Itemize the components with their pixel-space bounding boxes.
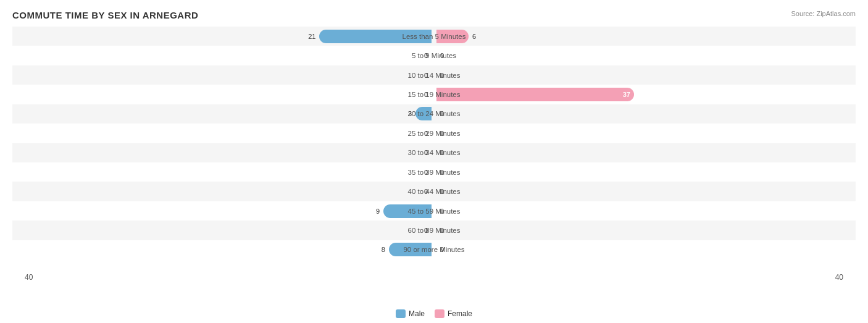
female-bar-section: 37	[434, 85, 856, 104]
female-bar-section: 0	[434, 240, 856, 259]
row-label: 40 to 44 Minutes	[372, 188, 496, 195]
bar-row: 025 to 29 Minutes0	[12, 124, 856, 143]
bar-row: 320 to 24 Minutes0	[12, 104, 856, 124]
row-label: 25 to 29 Minutes	[372, 130, 496, 137]
row-label: 15 to 19 Minutes	[372, 91, 496, 98]
female-bar-section: 0	[434, 162, 856, 182]
female-swatch	[435, 309, 444, 318]
female-value: 37	[623, 91, 630, 98]
male-bar-section: 0	[12, 220, 434, 240]
legend-female: Female	[435, 309, 472, 318]
male-label: Male	[409, 309, 425, 318]
chart-legend: Male Female	[396, 309, 472, 318]
male-value: 21	[308, 33, 315, 40]
row-label: 5 to 9 Minutes	[372, 52, 496, 59]
chart-container: COMMUTE TIME BY SEX IN ARNEGARD Source: …	[0, 0, 868, 323]
bar-row: 05 to 9 Minutes0	[12, 46, 856, 65]
female-label: Female	[448, 309, 472, 318]
bar-row: 035 to 39 Minutes0	[12, 162, 856, 182]
row-label: 30 to 34 Minutes	[372, 149, 496, 156]
male-bar-section: 0	[12, 162, 434, 182]
male-bar-section: 0	[12, 46, 434, 65]
bar-row: 060 to 89 Minutes0	[12, 220, 856, 240]
row-label: 10 to 14 Minutes	[372, 72, 496, 79]
bars-area: 21Less than 5 Minutes605 to 9 Minutes001…	[12, 27, 856, 259]
source-label: Source: ZipAtlas.com	[791, 10, 856, 17]
bar-row: 040 to 44 Minutes0	[12, 182, 856, 201]
female-bar-section: 0	[434, 143, 856, 162]
female-bar-section: 0	[434, 46, 856, 65]
male-bar-section: 8	[12, 240, 434, 259]
axis-left-value: 40	[25, 273, 33, 282]
bar-row: 890 or more Minutes0	[12, 240, 856, 259]
male-bar-section: 0	[12, 143, 434, 162]
male-bar-section: 3	[12, 104, 434, 124]
female-bar-section: 0	[434, 104, 856, 124]
bar-row: 010 to 14 Minutes0	[12, 65, 856, 85]
row-label: 45 to 59 Minutes	[372, 208, 496, 215]
female-bar-section: 0	[434, 220, 856, 240]
female-bar-section: 0	[434, 201, 856, 220]
female-bar-section: 0	[434, 124, 856, 143]
bar-row: 21Less than 5 Minutes6	[12, 27, 856, 46]
male-bar-section: 9	[12, 201, 434, 220]
chart-inner: 21Less than 5 Minutes605 to 9 Minutes001…	[12, 27, 856, 296]
male-bar-section: 0	[12, 85, 434, 104]
male-bar-section: 0	[12, 124, 434, 143]
chart-title: COMMUTE TIME BY SEX IN ARNEGARD	[12, 10, 856, 20]
female-bar-section: 0	[434, 65, 856, 85]
row-label: Less than 5 Minutes	[372, 33, 496, 40]
row-label: 20 to 24 Minutes	[372, 110, 496, 117]
female-bar-section: 0	[434, 182, 856, 201]
female-bar-section: 6	[434, 27, 856, 46]
axis-right-value: 40	[835, 273, 843, 282]
male-bar-section: 21	[12, 27, 434, 46]
bar-row: 030 to 34 Minutes0	[12, 143, 856, 162]
row-label: 35 to 39 Minutes	[372, 169, 496, 176]
bar-row: 015 to 19 Minutes37	[12, 85, 856, 104]
male-swatch	[396, 309, 406, 318]
male-bar-section: 0	[12, 182, 434, 201]
row-label: 60 to 89 Minutes	[372, 227, 496, 234]
row-label: 90 or more Minutes	[372, 246, 496, 253]
male-bar-section: 0	[12, 65, 434, 85]
bar-row: 945 to 59 Minutes0	[12, 201, 856, 220]
legend-male: Male	[396, 309, 425, 318]
